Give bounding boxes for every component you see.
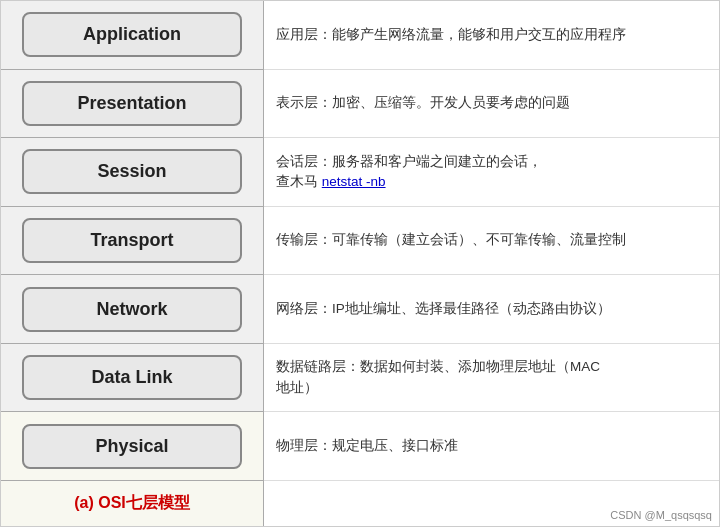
layer-item-presentation: Presentation bbox=[1, 70, 263, 139]
layer-item-application: Application bbox=[1, 1, 263, 70]
layer-btn-physical[interactable]: Physical bbox=[22, 424, 242, 469]
layer-item-session: Session bbox=[1, 138, 263, 207]
desc-item-datalink: 数据链路层：数据如何封装、添加物理层地址（MAC地址） bbox=[264, 344, 719, 413]
watermark: CSDN @M_qsqsqsq bbox=[610, 509, 712, 521]
layer-btn-network[interactable]: Network bbox=[22, 287, 242, 332]
desc-text-transport: 传输层：可靠传输（建立会话）、不可靠传输、流量控制 bbox=[276, 230, 626, 250]
desc-item-network: 网络层：IP地址编址、选择最佳路径（动态路由协议） bbox=[264, 275, 719, 344]
right-panel: 应用层：能够产生网络流量，能够和用户交互的应用程序表示层：加密、压缩等。开发人员… bbox=[264, 1, 719, 526]
desc-item-session: 会话层：服务器和客户端之间建立的会话，查木马 netstat -nb bbox=[264, 138, 719, 207]
layer-item-physical: Physical bbox=[1, 412, 263, 480]
desc-item-transport: 传输层：可靠传输（建立会话）、不可靠传输、流量控制 bbox=[264, 207, 719, 276]
layer-btn-application[interactable]: Application bbox=[22, 12, 242, 57]
caption-row: (a) OSI七层模型 bbox=[1, 480, 263, 526]
desc-text-presentation: 表示层：加密、压缩等。开发人员要考虑的问题 bbox=[276, 93, 570, 113]
desc-text-datalink: 数据链路层：数据如何封装、添加物理层地址（MAC地址） bbox=[276, 357, 600, 398]
desc-item-application: 应用层：能够产生网络流量，能够和用户交互的应用程序 bbox=[264, 1, 719, 70]
desc-item-physical: 物理层：规定电压、接口标准 bbox=[264, 412, 719, 480]
desc-item-presentation: 表示层：加密、压缩等。开发人员要考虑的问题 bbox=[264, 70, 719, 139]
layer-item-datalink: Data Link bbox=[1, 344, 263, 413]
desc-text-session: 会话层：服务器和客户端之间建立的会话，查木马 netstat -nb bbox=[276, 152, 542, 193]
layer-item-transport: Transport bbox=[1, 207, 263, 276]
desc-text-physical: 物理层：规定电压、接口标准 bbox=[276, 436, 458, 456]
desc-text-application: 应用层：能够产生网络流量，能够和用户交互的应用程序 bbox=[276, 25, 626, 45]
layer-btn-datalink[interactable]: Data Link bbox=[22, 355, 242, 400]
desc-text-network: 网络层：IP地址编址、选择最佳路径（动态路由协议） bbox=[276, 299, 611, 319]
left-panel: ApplicationPresentationSessionTransportN… bbox=[1, 1, 264, 526]
layer-item-network: Network bbox=[1, 275, 263, 344]
layer-btn-transport[interactable]: Transport bbox=[22, 218, 242, 263]
layer-btn-session[interactable]: Session bbox=[22, 149, 242, 194]
layer-btn-presentation[interactable]: Presentation bbox=[22, 81, 242, 126]
osi-caption: (a) OSI七层模型 bbox=[70, 487, 194, 520]
